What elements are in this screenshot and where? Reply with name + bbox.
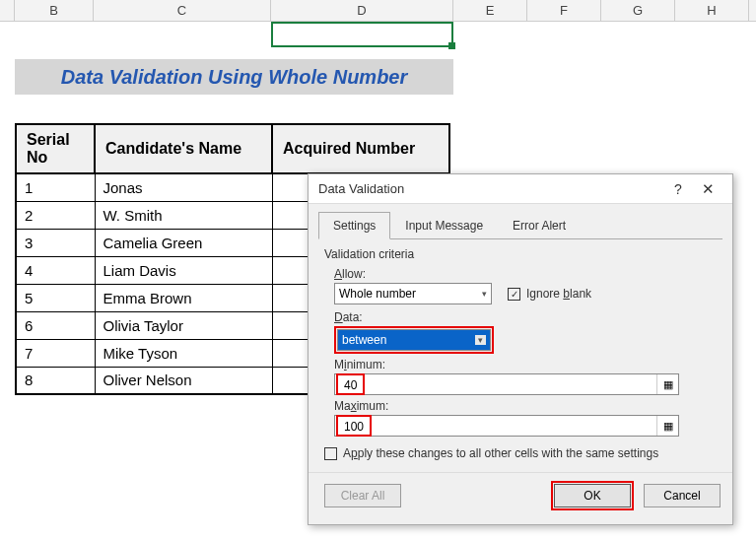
cell-name[interactable]: Mike Tyson xyxy=(95,339,272,367)
maximum-input[interactable]: 100 ▦ xyxy=(334,415,679,437)
col-d[interactable]: D xyxy=(271,0,453,21)
data-highlight: between ▾ xyxy=(334,326,494,354)
minimum-value: 40 xyxy=(340,378,361,392)
dialog-body: Validation criteria Allow: Whole number … xyxy=(309,239,732,472)
th-acquired[interactable]: Acquired Number xyxy=(272,124,449,173)
cancel-button[interactable]: Cancel xyxy=(644,484,721,507)
minimum-highlight: 40 xyxy=(336,373,365,395)
ok-button[interactable]: OK xyxy=(554,484,631,507)
page-title: Data Validation Using Whole Number xyxy=(15,59,453,95)
clear-all-button[interactable]: Clear All xyxy=(324,484,401,507)
col-h[interactable]: H xyxy=(675,0,749,21)
data-select[interactable]: between ▾ xyxy=(337,329,491,351)
minimum-label: Minimum: xyxy=(334,358,717,371)
ignore-blank-checkbox[interactable]: ✓ xyxy=(508,288,520,301)
col-c[interactable]: C xyxy=(94,0,271,21)
ignore-blank-row[interactable]: ✓ Ignore blank xyxy=(508,287,591,301)
cell-serial[interactable]: 5 xyxy=(16,284,95,311)
cell-name[interactable]: Jonas xyxy=(95,173,272,201)
cell-serial[interactable]: 2 xyxy=(16,201,95,229)
cell-serial[interactable]: 4 xyxy=(16,256,95,284)
apply-checkbox[interactable] xyxy=(324,447,337,460)
allow-value: Whole number xyxy=(339,287,416,301)
help-icon[interactable]: ? xyxy=(663,181,693,197)
dialog-tabs: Settings Input Message Error Alert xyxy=(309,204,732,239)
tab-input-message[interactable]: Input Message xyxy=(390,212,498,239)
tab-settings[interactable]: Settings xyxy=(318,212,390,239)
th-serial[interactable]: Serial No xyxy=(16,124,95,173)
range-picker-icon[interactable]: ▦ xyxy=(656,416,678,436)
maximum-label: Maximum: xyxy=(334,399,717,413)
col-blank xyxy=(0,0,15,21)
cell-name[interactable]: Camelia Green xyxy=(95,229,272,256)
allow-label: Allow: xyxy=(334,267,717,281)
cell-serial[interactable]: 8 xyxy=(16,367,95,394)
cell-serial[interactable]: 3 xyxy=(16,229,95,256)
criteria-label: Validation criteria xyxy=(324,247,717,261)
apply-label: Apply these changes to all other cells w… xyxy=(343,446,658,460)
allow-select[interactable]: Whole number ▾ xyxy=(334,283,492,304)
tab-error-alert[interactable]: Error Alert xyxy=(498,212,581,239)
chevron-down-icon: ▾ xyxy=(475,335,486,345)
cell-name[interactable]: Olivia Taylor xyxy=(95,311,272,339)
cell-serial[interactable]: 6 xyxy=(16,311,95,339)
data-value: between xyxy=(342,333,386,347)
chevron-down-icon: ▾ xyxy=(482,289,487,299)
cell-name[interactable]: Emma Brown xyxy=(95,284,272,311)
cell-name[interactable]: Oliver Nelson xyxy=(95,367,272,394)
range-picker-icon[interactable]: ▦ xyxy=(656,374,678,394)
apply-changes-row[interactable]: Apply these changes to all other cells w… xyxy=(324,446,717,460)
close-icon[interactable]: ✕ xyxy=(693,180,722,198)
column-headers: B C D E F G H xyxy=(0,0,756,22)
ignore-blank-label: Ignore blank xyxy=(526,287,591,301)
col-g[interactable]: G xyxy=(601,0,675,21)
cell-serial[interactable]: 1 xyxy=(16,173,95,201)
th-name[interactable]: Candidate's Name xyxy=(95,124,272,173)
col-f[interactable]: F xyxy=(527,0,601,21)
col-b[interactable]: B xyxy=(15,0,94,21)
maximum-highlight: 100 xyxy=(336,415,372,437)
fill-handle[interactable] xyxy=(448,42,455,49)
data-validation-dialog: Data Validation ? ✕ Settings Input Messa… xyxy=(308,173,733,525)
cell-name[interactable]: W. Smith xyxy=(95,201,272,229)
dialog-titlebar[interactable]: Data Validation ? ✕ xyxy=(309,174,732,204)
ok-highlight: OK xyxy=(551,481,634,510)
col-e[interactable]: E xyxy=(453,0,527,21)
cell-serial[interactable]: 7 xyxy=(16,339,95,367)
maximum-value: 100 xyxy=(340,420,368,434)
minimum-input[interactable]: 40 ▦ xyxy=(334,373,679,395)
dialog-footer: Clear All OK Cancel xyxy=(309,472,732,524)
dialog-title: Data Validation xyxy=(318,181,663,196)
data-label: Data: xyxy=(334,310,717,324)
selected-cell-d1[interactable] xyxy=(271,22,453,47)
cell-name[interactable]: Liam Davis xyxy=(95,256,272,284)
